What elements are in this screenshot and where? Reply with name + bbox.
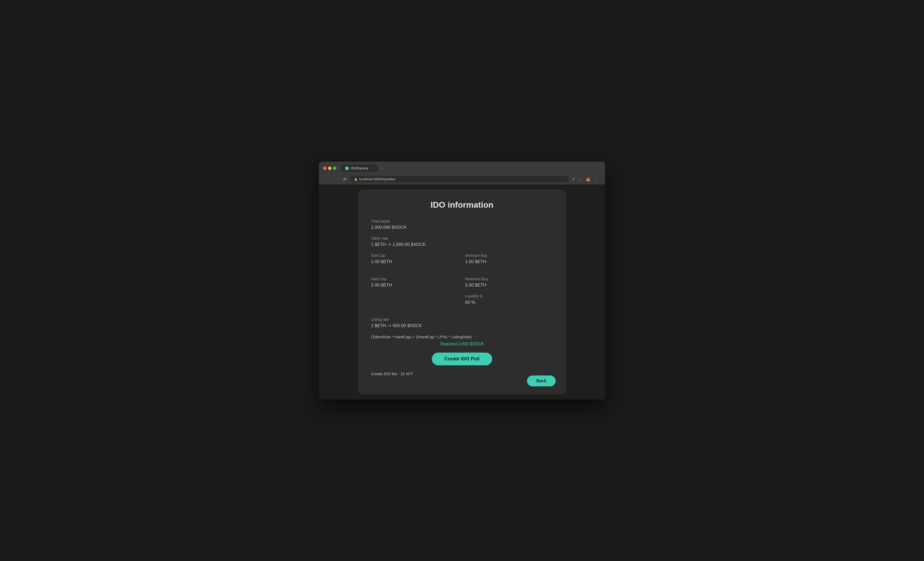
- token-rate-value: 1 $ETH -> 1,000.00 $XDCK: [371, 242, 553, 247]
- maximum-buy-value: 2.00 $ETH: [465, 283, 553, 288]
- more-options-icon[interactable]: ⋮: [592, 177, 598, 182]
- share-icon[interactable]: ⬆: [571, 177, 576, 182]
- browser-toolbar: ‹ › ⟳ 🔒 localhost:3000/#/publish ⬆ ☆ 🦊 ⋮: [323, 174, 601, 184]
- fee-text: Create IDO fee : 10 XFT: [371, 372, 553, 376]
- caps-grid: Soft Cap 1.00 $ETH Minimum Buy 1.00 $ETH…: [371, 254, 553, 311]
- refresh-nav-button[interactable]: ⟳: [342, 176, 348, 182]
- total-supply-group: Total supply 1,000,000 $XDCK: [371, 219, 553, 230]
- listing-rate-group: Listing rate 1 $ETH -> 500.00 $XDCK: [371, 318, 553, 328]
- maximum-buy-label: Maximum Buy: [465, 277, 553, 281]
- address-text: localhost:3000/#/publish: [359, 177, 396, 181]
- tab-title: IDOFactory: [351, 166, 368, 170]
- section-title: IDO information: [371, 200, 553, 210]
- total-supply-value: 1,000,000 $XDCK: [371, 225, 553, 230]
- listing-rate-label: Listing rate: [371, 318, 553, 322]
- new-tab-button[interactable]: +: [378, 165, 385, 171]
- minimum-buy-label: Minimum Buy: [465, 254, 553, 258]
- soft-cap-label: Soft Cap: [371, 254, 459, 258]
- ido-info-card: IDO information Total supply 1,000,000 $…: [358, 190, 566, 394]
- browser-title-bar: F IDOFactory × +: [323, 165, 601, 172]
- active-tab[interactable]: F IDOFactory ×: [342, 165, 378, 172]
- maximize-window-button[interactable]: [333, 166, 336, 170]
- liquidity-group: Liquidity % 60 %: [465, 294, 553, 305]
- soft-cap-group: Soft Cap 1.00 $ETH: [371, 254, 459, 264]
- tab-favicon-icon: F: [345, 166, 349, 170]
- minimum-buy-value: 1.00 $ETH: [465, 259, 553, 264]
- hard-cap-group: Hard Cap 2.00 $ETH: [371, 277, 459, 305]
- liquidity-value: 60 %: [465, 300, 553, 305]
- liquidity-label: Liquidity %: [465, 294, 553, 298]
- maximum-buy-group: Maximum Buy 2.00 $ETH: [465, 277, 553, 288]
- right-col: Maximum Buy 2.00 $ETH Liquidity % 60 %: [465, 277, 553, 311]
- browser-window: F IDOFactory × + ‹ › ⟳ 🔒 localhost:3000/…: [319, 162, 605, 399]
- browser-chrome: F IDOFactory × + ‹ › ⟳ 🔒 localhost:3000/…: [319, 162, 605, 184]
- browser-content: IDO information Total supply 1,000,000 $…: [319, 184, 605, 399]
- create-ido-poll-button[interactable]: Create IDO Poll: [432, 352, 492, 365]
- hard-cap-label: Hard Cap: [371, 277, 459, 281]
- bookmark-icon[interactable]: ☆: [578, 177, 583, 182]
- token-rate-label: Token rate: [371, 236, 553, 240]
- back-nav-button[interactable]: ‹: [326, 176, 333, 182]
- formula-text: (TokenRate * HardCap) + ((HardCap * LP%)…: [371, 334, 553, 339]
- address-bar[interactable]: 🔒 localhost:3000/#/publish: [351, 176, 568, 182]
- browser-actions: ⬆ ☆ 🦊 ⋮: [571, 177, 598, 182]
- traffic-lights: [323, 166, 336, 170]
- required-text: Required 2,600 $XDCK: [371, 342, 553, 346]
- tab-bar: F IDOFactory × +: [342, 165, 385, 172]
- total-supply-label: Total supply: [371, 219, 553, 223]
- minimum-buy-group: Minimum Buy 1.00 $ETH: [465, 254, 553, 264]
- forward-nav-button[interactable]: ›: [334, 176, 340, 182]
- minimize-window-button[interactable]: [328, 166, 332, 170]
- soft-cap-value: 1.00 $ETH: [371, 259, 459, 264]
- token-rate-group: Token rate 1 $ETH -> 1,000.00 $XDCK: [371, 236, 553, 247]
- nav-buttons: ‹ › ⟳: [326, 176, 348, 182]
- hard-cap-value: 2.00 $ETH: [371, 283, 459, 288]
- close-window-button[interactable]: [323, 166, 327, 170]
- tab-close-button[interactable]: ×: [370, 166, 374, 170]
- listing-rate-value: 1 $ETH -> 500.00 $XDCK: [371, 323, 553, 328]
- back-button[interactable]: Back: [527, 375, 556, 386]
- lock-icon: 🔒: [354, 177, 358, 181]
- extension-icon[interactable]: 🦊: [585, 177, 591, 182]
